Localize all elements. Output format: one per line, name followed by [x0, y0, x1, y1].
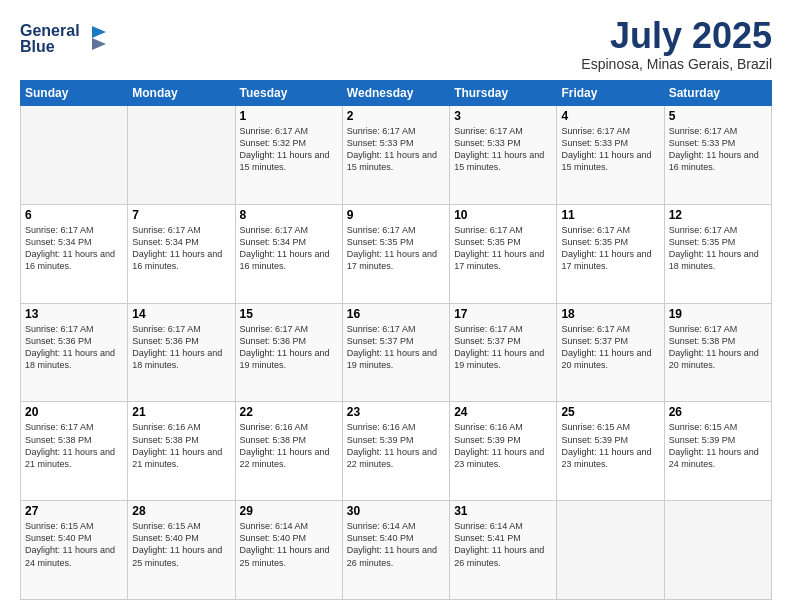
day-number: 13 [25, 307, 123, 321]
day-number: 20 [25, 405, 123, 419]
day-number: 4 [561, 109, 659, 123]
location-subtitle: Espinosa, Minas Gerais, Brazil [581, 56, 772, 72]
cell-content: Sunrise: 6:17 AMSunset: 5:36 PMDaylight:… [132, 323, 230, 372]
day-header-saturday: Saturday [664, 81, 771, 106]
calendar-cell [664, 501, 771, 600]
day-header-tuesday: Tuesday [235, 81, 342, 106]
day-number: 31 [454, 504, 552, 518]
cell-content: Sunrise: 6:14 AMSunset: 5:40 PMDaylight:… [240, 520, 338, 569]
cell-content: Sunrise: 6:14 AMSunset: 5:40 PMDaylight:… [347, 520, 445, 569]
calendar-cell: 2Sunrise: 6:17 AMSunset: 5:33 PMDaylight… [342, 106, 449, 205]
calendar-cell: 11Sunrise: 6:17 AMSunset: 5:35 PMDayligh… [557, 204, 664, 303]
header: General Blue July 2025 Espinosa, Minas G… [20, 18, 772, 72]
cell-content: Sunrise: 6:15 AMSunset: 5:40 PMDaylight:… [132, 520, 230, 569]
cell-content: Sunrise: 6:15 AMSunset: 5:40 PMDaylight:… [25, 520, 123, 569]
day-header-sunday: Sunday [21, 81, 128, 106]
day-number: 18 [561, 307, 659, 321]
day-number: 25 [561, 405, 659, 419]
calendar-cell: 23Sunrise: 6:16 AMSunset: 5:39 PMDayligh… [342, 402, 449, 501]
day-number: 10 [454, 208, 552, 222]
day-number: 12 [669, 208, 767, 222]
calendar-cell: 30Sunrise: 6:14 AMSunset: 5:40 PMDayligh… [342, 501, 449, 600]
svg-text:Blue: Blue [20, 38, 55, 55]
cell-content: Sunrise: 6:17 AMSunset: 5:36 PMDaylight:… [240, 323, 338, 372]
day-header-wednesday: Wednesday [342, 81, 449, 106]
cell-content: Sunrise: 6:17 AMSunset: 5:36 PMDaylight:… [25, 323, 123, 372]
day-number: 21 [132, 405, 230, 419]
calendar-week-row: 1Sunrise: 6:17 AMSunset: 5:32 PMDaylight… [21, 106, 772, 205]
calendar-cell: 6Sunrise: 6:17 AMSunset: 5:34 PMDaylight… [21, 204, 128, 303]
calendar-week-row: 13Sunrise: 6:17 AMSunset: 5:36 PMDayligh… [21, 303, 772, 402]
calendar-cell: 7Sunrise: 6:17 AMSunset: 5:34 PMDaylight… [128, 204, 235, 303]
month-title: July 2025 [581, 18, 772, 54]
day-number: 19 [669, 307, 767, 321]
cell-content: Sunrise: 6:16 AMSunset: 5:39 PMDaylight:… [347, 421, 445, 470]
calendar-cell: 26Sunrise: 6:15 AMSunset: 5:39 PMDayligh… [664, 402, 771, 501]
day-number: 24 [454, 405, 552, 419]
calendar-cell: 17Sunrise: 6:17 AMSunset: 5:37 PMDayligh… [450, 303, 557, 402]
day-header-thursday: Thursday [450, 81, 557, 106]
cell-content: Sunrise: 6:15 AMSunset: 5:39 PMDaylight:… [669, 421, 767, 470]
cell-content: Sunrise: 6:17 AMSunset: 5:34 PMDaylight:… [240, 224, 338, 273]
calendar-cell: 21Sunrise: 6:16 AMSunset: 5:38 PMDayligh… [128, 402, 235, 501]
cell-content: Sunrise: 6:17 AMSunset: 5:32 PMDaylight:… [240, 125, 338, 174]
calendar-week-row: 27Sunrise: 6:15 AMSunset: 5:40 PMDayligh… [21, 501, 772, 600]
day-number: 14 [132, 307, 230, 321]
calendar-week-row: 6Sunrise: 6:17 AMSunset: 5:34 PMDaylight… [21, 204, 772, 303]
cell-content: Sunrise: 6:17 AMSunset: 5:35 PMDaylight:… [669, 224, 767, 273]
calendar-cell: 24Sunrise: 6:16 AMSunset: 5:39 PMDayligh… [450, 402, 557, 501]
calendar-cell: 20Sunrise: 6:17 AMSunset: 5:38 PMDayligh… [21, 402, 128, 501]
day-number: 22 [240, 405, 338, 419]
day-number: 30 [347, 504, 445, 518]
calendar-cell: 22Sunrise: 6:16 AMSunset: 5:38 PMDayligh… [235, 402, 342, 501]
cell-content: Sunrise: 6:16 AMSunset: 5:38 PMDaylight:… [240, 421, 338, 470]
calendar-header-row: SundayMondayTuesdayWednesdayThursdayFrid… [21, 81, 772, 106]
calendar-cell [128, 106, 235, 205]
calendar-cell: 8Sunrise: 6:17 AMSunset: 5:34 PMDaylight… [235, 204, 342, 303]
day-number: 28 [132, 504, 230, 518]
cell-content: Sunrise: 6:14 AMSunset: 5:41 PMDaylight:… [454, 520, 552, 569]
calendar-cell: 9Sunrise: 6:17 AMSunset: 5:35 PMDaylight… [342, 204, 449, 303]
calendar-cell: 18Sunrise: 6:17 AMSunset: 5:37 PMDayligh… [557, 303, 664, 402]
cell-content: Sunrise: 6:16 AMSunset: 5:39 PMDaylight:… [454, 421, 552, 470]
cell-content: Sunrise: 6:17 AMSunset: 5:35 PMDaylight:… [454, 224, 552, 273]
calendar-cell: 14Sunrise: 6:17 AMSunset: 5:36 PMDayligh… [128, 303, 235, 402]
day-number: 29 [240, 504, 338, 518]
day-number: 15 [240, 307, 338, 321]
calendar-cell: 12Sunrise: 6:17 AMSunset: 5:35 PMDayligh… [664, 204, 771, 303]
logo: General Blue [20, 18, 110, 62]
cell-content: Sunrise: 6:15 AMSunset: 5:39 PMDaylight:… [561, 421, 659, 470]
day-number: 23 [347, 405, 445, 419]
calendar-cell: 27Sunrise: 6:15 AMSunset: 5:40 PMDayligh… [21, 501, 128, 600]
calendar-cell: 16Sunrise: 6:17 AMSunset: 5:37 PMDayligh… [342, 303, 449, 402]
calendar-week-row: 20Sunrise: 6:17 AMSunset: 5:38 PMDayligh… [21, 402, 772, 501]
day-number: 17 [454, 307, 552, 321]
day-number: 2 [347, 109, 445, 123]
day-number: 11 [561, 208, 659, 222]
cell-content: Sunrise: 6:17 AMSunset: 5:33 PMDaylight:… [347, 125, 445, 174]
day-number: 3 [454, 109, 552, 123]
calendar-cell: 5Sunrise: 6:17 AMSunset: 5:33 PMDaylight… [664, 106, 771, 205]
cell-content: Sunrise: 6:17 AMSunset: 5:38 PMDaylight:… [669, 323, 767, 372]
cell-content: Sunrise: 6:17 AMSunset: 5:37 PMDaylight:… [454, 323, 552, 372]
cell-content: Sunrise: 6:17 AMSunset: 5:35 PMDaylight:… [561, 224, 659, 273]
cell-content: Sunrise: 6:17 AMSunset: 5:38 PMDaylight:… [25, 421, 123, 470]
day-header-monday: Monday [128, 81, 235, 106]
calendar-cell: 15Sunrise: 6:17 AMSunset: 5:36 PMDayligh… [235, 303, 342, 402]
day-number: 9 [347, 208, 445, 222]
title-block: July 2025 Espinosa, Minas Gerais, Brazil [581, 18, 772, 72]
day-number: 8 [240, 208, 338, 222]
day-number: 5 [669, 109, 767, 123]
cell-content: Sunrise: 6:17 AMSunset: 5:34 PMDaylight:… [25, 224, 123, 273]
calendar-cell: 31Sunrise: 6:14 AMSunset: 5:41 PMDayligh… [450, 501, 557, 600]
calendar-cell: 10Sunrise: 6:17 AMSunset: 5:35 PMDayligh… [450, 204, 557, 303]
cell-content: Sunrise: 6:17 AMSunset: 5:37 PMDaylight:… [561, 323, 659, 372]
svg-text:General: General [20, 22, 80, 39]
calendar-cell [557, 501, 664, 600]
cell-content: Sunrise: 6:17 AMSunset: 5:33 PMDaylight:… [669, 125, 767, 174]
day-number: 27 [25, 504, 123, 518]
svg-marker-2 [92, 26, 106, 38]
day-number: 7 [132, 208, 230, 222]
cell-content: Sunrise: 6:16 AMSunset: 5:38 PMDaylight:… [132, 421, 230, 470]
calendar-cell: 19Sunrise: 6:17 AMSunset: 5:38 PMDayligh… [664, 303, 771, 402]
